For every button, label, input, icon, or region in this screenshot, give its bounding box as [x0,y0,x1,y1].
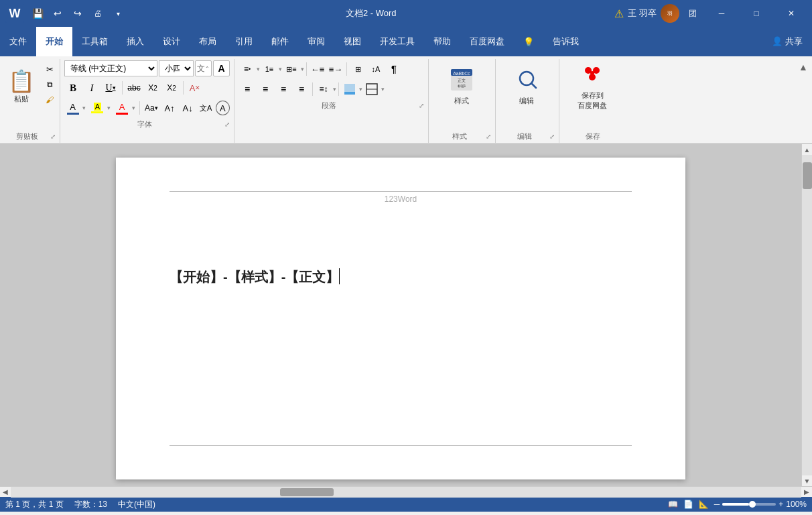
menu-view[interactable]: 视图 [334,27,370,56]
shading-dropdown[interactable]: ▾ [359,86,362,93]
align-center-button[interactable]: ≡ [257,80,274,98]
highlight-dropdown[interactable]: ▾ [107,105,113,111]
text-color-dropdown[interactable]: ▾ [132,105,137,111]
view-web-icon[interactable]: 📄 [683,500,693,509]
zoom-in-button[interactable]: + [779,500,783,509]
scroll-right-arrow[interactable]: ▶ [801,487,812,498]
scroll-left-arrow[interactable]: ◀ [0,487,11,498]
font-shrink-button[interactable]: A↓ [180,99,196,117]
document-text[interactable]: 【开始】-【样式】-【正文】 [170,265,632,289]
menu-home[interactable]: 开始 [36,27,72,56]
cut-button[interactable]: ✂ [40,62,59,76]
menu-idea-icon[interactable]: 💡 [514,27,543,56]
user-avatar[interactable]: 羽 [661,4,679,23]
chinese-layout-button[interactable]: ⊞ [349,60,366,78]
view-print-icon[interactable]: 📖 [668,500,678,509]
document-page[interactable]: 123Word 【开始】-【样式】-【正文】 [116,158,685,479]
customize-qa-btn[interactable]: ▾ [109,4,127,23]
view-read-icon[interactable]: 📐 [699,500,709,509]
menu-review[interactable]: 审阅 [298,27,334,56]
a-large-button[interactable]: A [213,60,230,76]
zoom-track[interactable] [722,503,776,506]
menu-file[interactable]: 文件 [0,27,36,56]
wen-button[interactable]: 文⌃ [195,60,212,76]
format-painter-button[interactable]: 🖌 [40,93,59,107]
ribbon-collapse-button[interactable]: ▲ [795,62,812,72]
outline-dropdown[interactable]: ▾ [301,66,304,72]
outline-button[interactable]: ⊞≡ [283,60,300,78]
document-content[interactable]: 【开始】-【样式】-【正文】 [170,265,632,486]
paragraph-expand-icon[interactable]: ⤢ [419,102,424,109]
zoom-slider[interactable]: ─ + 100% [714,500,807,509]
phonetic-button[interactable]: 文A [198,99,214,117]
highlight-button[interactable]: A [89,99,106,117]
decrease-indent-button[interactable]: ←≡ [309,60,326,78]
h-scroll-thumb[interactable] [280,488,334,496]
bullet-list-button[interactable]: ≡• [239,60,256,78]
style-button[interactable]: AaBbCc 正文 标题1 样式 [433,60,490,111]
menu-toolbox[interactable]: 工具箱 [72,27,117,56]
subscript-button[interactable]: X2 [144,79,161,97]
font-size-select[interactable]: 小四 [159,60,194,76]
sort-button[interactable]: ↕A [367,60,385,78]
shading-button[interactable] [341,80,358,98]
save-qa-btn[interactable]: 💾 [28,4,47,23]
print-qa-btn[interactable]: 🖨 [88,4,107,23]
save-baidu-button[interactable]: 保存到百度网盘 [563,60,621,111]
align-right-button[interactable]: ≡ [275,80,292,98]
line-spacing-dropdown[interactable]: ▾ [333,86,336,93]
border-button[interactable] [363,80,381,98]
show-para-button[interactable]: ¶ [385,60,403,78]
border-dropdown[interactable]: ▾ [381,86,385,93]
menu-mail[interactable]: 邮件 [262,27,298,56]
font-grow-button[interactable]: A↑ [161,99,178,117]
bullet-list-dropdown[interactable]: ▾ [257,66,260,72]
minimize-button[interactable]: ─ [706,0,737,27]
clipboard-expand-icon[interactable]: ⤢ [50,133,56,140]
font-name-select[interactable]: 等线 (中文正文) [64,60,157,76]
undo-qa-btn[interactable]: ↩ [48,4,67,23]
menu-references[interactable]: 引用 [226,27,262,56]
h-scroll-track[interactable] [11,487,801,498]
superscript-button[interactable]: X2 [163,79,180,97]
zoom-out-button[interactable]: ─ [714,500,720,509]
edit-expand-icon[interactable]: ⤢ [549,133,555,140]
numbering-dropdown[interactable]: ▾ [279,66,282,72]
menu-insert[interactable]: 插入 [117,27,153,56]
restore-button[interactable]: □ [741,0,772,27]
style-expand-icon[interactable]: ⤢ [486,133,491,140]
menu-layout[interactable]: 布局 [190,27,226,56]
menu-baidu[interactable]: 百度网盘 [460,27,514,56]
increase-indent-button[interactable]: ≡→ [327,60,344,78]
align-left-button[interactable]: ≡ [239,80,256,98]
bold-button[interactable]: B [64,79,82,97]
menu-share[interactable]: 👤 共享 [762,27,812,56]
menu-developer[interactable]: 开发工具 [370,27,424,56]
copy-button[interactable]: ⧉ [40,77,59,92]
font-expand-icon[interactable]: ⤢ [224,121,230,128]
line-spacing-button[interactable]: ≡↕ [315,80,332,98]
zoom-handle[interactable] [749,501,756,508]
close-button[interactable]: ✕ [776,0,807,27]
font-color-dropdown[interactable]: ▾ [82,105,88,111]
aa-button[interactable]: Aa▾ [143,99,159,117]
document-scroll[interactable]: 123Word 【开始】-【样式】-【正文】 [0,144,801,486]
paste-button[interactable]: 📋 粘贴 [4,60,39,111]
scroll-track[interactable] [802,155,813,475]
strikethrough-button[interactable]: abc [125,79,143,97]
font-color-button[interactable]: A [64,99,81,117]
numbering-button[interactable]: 1≡ [261,60,278,78]
menu-help[interactable]: 帮助 [424,27,460,56]
teams-icon[interactable]: 团 [683,4,702,23]
clear-format-button[interactable]: A✕ [186,79,204,97]
justify-button[interactable]: ≡ [293,80,310,98]
italic-button[interactable]: I [83,79,100,97]
underline-button[interactable]: U▾ [102,79,119,97]
circle-char-button[interactable]: A [216,101,230,115]
redo-qa-btn[interactable]: ↪ [68,4,87,23]
text-color-button[interactable]: A [114,99,131,117]
menu-design[interactable]: 设计 [153,27,190,56]
edit-button[interactable]: 编辑 [500,60,553,111]
menu-tell-me[interactable]: 告诉我 [543,27,588,56]
scroll-down-arrow[interactable]: ▼ [802,475,813,486]
